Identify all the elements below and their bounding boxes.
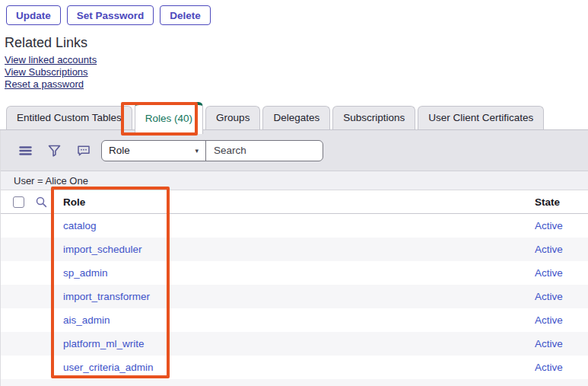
- roles-list-card: Role ▾ User = Alice One: [0, 130, 588, 386]
- state-cell: Active: [535, 267, 588, 279]
- state-cell: Active: [535, 362, 588, 373]
- table-row: import_transformer Active: [1, 285, 588, 308]
- state-link[interactable]: Active: [535, 291, 563, 302]
- table-row: sp_admin Active: [1, 261, 588, 285]
- related-lists-tabbar: Entitled Custom Tables Roles (40) Groups…: [0, 106, 588, 130]
- table-header-row: Role State: [1, 190, 588, 214]
- related-links-list: View linked accounts View Subscriptions …: [5, 54, 588, 91]
- state-link[interactable]: Active: [535, 220, 563, 231]
- state-link[interactable]: Active: [535, 362, 563, 373]
- table-row: platform_ml_write Active: [1, 332, 588, 356]
- comments-icon[interactable]: [77, 145, 91, 157]
- breadcrumb-row: User = Alice One: [1, 171, 588, 190]
- table-body: catalog Active import_scheduler Active: [1, 214, 588, 386]
- filter-icon[interactable]: [48, 145, 61, 157]
- table-row: import_scheduler Active: [1, 238, 588, 261]
- role-link[interactable]: import_transformer: [63, 291, 150, 302]
- breadcrumb[interactable]: User = Alice One: [14, 175, 88, 187]
- search-field-value: Role: [109, 145, 130, 156]
- state-cell: Active: [535, 291, 588, 302]
- related-links-title: Related Links: [5, 35, 588, 50]
- role-cell: user_criteria_admin: [63, 362, 535, 373]
- list-toolbar-icons: [19, 145, 91, 157]
- list-menu-icon[interactable]: [19, 145, 32, 156]
- related-link[interactable]: View linked accounts: [5, 54, 588, 66]
- state-cell: Active: [535, 314, 588, 326]
- select-all-cell: [1, 196, 36, 208]
- role-cell: catalog: [63, 220, 535, 231]
- form-action-button[interactable]: Update: [6, 5, 61, 25]
- state-cell: Active: [535, 244, 588, 255]
- table-row: catalog Active: [1, 214, 588, 238]
- state-cell: Active: [535, 220, 588, 231]
- state-link[interactable]: Active: [535, 267, 563, 279]
- list-search-combo: Role ▾: [101, 140, 323, 161]
- state-link[interactable]: Active: [535, 244, 563, 255]
- state-link[interactable]: Active: [535, 314, 563, 326]
- form-action-bar: Update Set Password Delete: [0, 0, 588, 25]
- role-link[interactable]: ais_admin: [63, 314, 110, 326]
- role-link[interactable]: sp_admin: [63, 267, 108, 279]
- related-link[interactable]: Reset a password: [5, 78, 588, 91]
- related-link[interactable]: View Subscriptions: [5, 66, 588, 78]
- related-list-tab[interactable]: User Client Certificates: [418, 106, 544, 129]
- state-cell: Active: [535, 338, 588, 349]
- table-row: ais_admin Active: [1, 308, 588, 332]
- related-list-tab[interactable]: Delegates: [262, 106, 330, 129]
- chevron-down-icon: ▾: [195, 147, 199, 155]
- role-cell: ais_admin: [63, 314, 535, 326]
- role-link[interactable]: platform_ml_write: [63, 338, 145, 349]
- role-cell: import_scheduler: [63, 244, 535, 255]
- role-link[interactable]: user_criteria_admin: [63, 362, 154, 373]
- role-cell: import_transformer: [63, 291, 535, 302]
- column-header-state[interactable]: State: [535, 196, 588, 208]
- role-cell: sp_admin: [63, 267, 535, 279]
- record-detail-page: Update Set Password Delete Related Links…: [0, 0, 588, 386]
- role-cell: platform_ml_write: [63, 338, 535, 349]
- search-icon[interactable]: [36, 196, 47, 208]
- search-input[interactable]: [206, 141, 323, 161]
- column-header-role[interactable]: Role: [63, 196, 535, 208]
- list-toolbar: Role ▾: [1, 130, 588, 171]
- state-link[interactable]: Active: [535, 338, 563, 349]
- select-all-checkbox[interactable]: [13, 196, 24, 208]
- related-list-tab[interactable]: Roles (40): [135, 102, 203, 134]
- column-search-cell: [36, 196, 63, 208]
- table-row: user_criteria_admin Active: [1, 356, 588, 379]
- form-action-button[interactable]: Set Password: [67, 5, 154, 25]
- table-row-partial: [1, 379, 588, 386]
- role-link[interactable]: import_scheduler: [63, 244, 142, 255]
- related-list-tab[interactable]: Entitled Custom Tables: [6, 106, 132, 129]
- related-list-tab[interactable]: Subscriptions: [332, 106, 415, 129]
- role-link[interactable]: catalog: [63, 220, 97, 231]
- form-action-button[interactable]: Delete: [160, 5, 211, 25]
- search-field-select[interactable]: Role ▾: [102, 141, 206, 161]
- related-list-tab[interactable]: Groups: [205, 106, 260, 129]
- search-box: [206, 141, 323, 161]
